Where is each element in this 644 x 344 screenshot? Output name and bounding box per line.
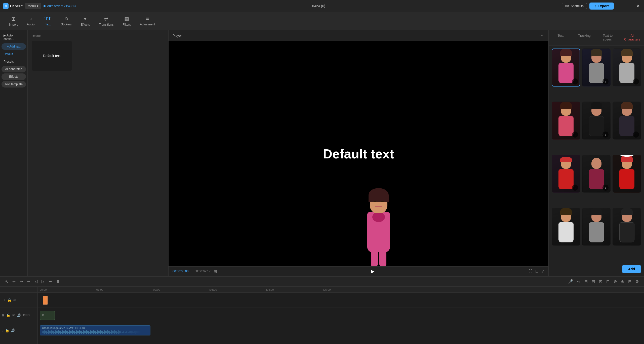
- character-card-2[interactable]: ↓: [582, 49, 611, 87]
- tool-audio[interactable]: ♪ Audio: [23, 14, 39, 28]
- select-tool-button[interactable]: ↖: [4, 278, 9, 285]
- cover-audio-button[interactable]: 🔊: [17, 313, 21, 317]
- svg-rect-94: [137, 331, 137, 333]
- character-card-4[interactable]: ↓: [552, 102, 580, 140]
- tool-effects[interactable]: ✦ Effects: [77, 14, 94, 28]
- add-character-button[interactable]: Add: [622, 265, 641, 273]
- presets-button[interactable]: Presets: [2, 58, 26, 65]
- default-button[interactable]: Default: [2, 51, 26, 57]
- ai-generated-button[interactable]: AI generated: [2, 66, 26, 72]
- minimize-button[interactable]: ─: [619, 3, 625, 9]
- tool-import[interactable]: ⊞ Import: [5, 14, 22, 28]
- audio-mute-button[interactable]: 🔊: [11, 328, 15, 332]
- download-icon-8[interactable]: ↓: [602, 185, 609, 191]
- download-icon-1[interactable]: ↓: [572, 78, 578, 84]
- character-card-5[interactable]: ↓: [582, 102, 611, 140]
- tool-filters[interactable]: ▦ Filters: [118, 14, 135, 28]
- export-button[interactable]: ↑ Export: [589, 3, 614, 10]
- tool-adjustment[interactable]: ≡ Adjustment: [136, 14, 159, 28]
- settings-button[interactable]: ⚙: [634, 278, 640, 285]
- autosave-dot: [44, 5, 46, 7]
- delete-button[interactable]: 🗑: [55, 278, 61, 285]
- caption-button[interactable]: ⊡: [605, 278, 611, 285]
- default-text-card[interactable]: Default text: [32, 41, 72, 71]
- svg-rect-66: [108, 331, 109, 333]
- tool-stickers[interactable]: ☺ Stickers: [57, 14, 76, 28]
- character-card-6[interactable]: ↓: [613, 102, 641, 140]
- download-icon-3[interactable]: ↓: [633, 78, 639, 84]
- fit-button[interactable]: ⊞: [627, 278, 632, 285]
- effects-button[interactable]: Effects: [2, 73, 26, 80]
- svg-rect-65: [107, 330, 108, 334]
- zoom-out-button[interactable]: ⊖: [613, 278, 618, 285]
- audio-clip[interactable]: Urban lounge style BGM(1148490): [40, 325, 150, 335]
- tool-text[interactable]: 𝐓𝐓 Text: [40, 14, 56, 28]
- cover-label: Cover: [23, 314, 30, 317]
- text-visible-button[interactable]: 👁: [13, 298, 17, 302]
- cover-lock-button[interactable]: 🔒: [6, 313, 10, 317]
- character-card-9[interactable]: [613, 155, 641, 193]
- character-card-12[interactable]: [613, 208, 641, 246]
- text-icon: 𝐓𝐓: [45, 16, 51, 22]
- chain-button[interactable]: ⊟: [591, 278, 596, 285]
- maximize-button[interactable]: □: [627, 3, 633, 9]
- download-icon-5[interactable]: ↓: [602, 132, 609, 138]
- audio-track: Urban lounge style BGM(1148490): [38, 323, 644, 338]
- microphone-button[interactable]: 🎤: [567, 278, 574, 285]
- prev-frame-button[interactable]: ◁: [33, 278, 38, 285]
- shortcuts-button[interactable]: ⌨ Shortcuts: [562, 3, 587, 9]
- magnet-button[interactable]: ⊞: [583, 278, 589, 285]
- character-card-3[interactable]: ↓: [613, 49, 641, 87]
- svg-rect-102: [145, 331, 145, 333]
- fullscreen-button[interactable]: ⛶: [529, 269, 533, 274]
- link-button[interactable]: ⇔: [576, 278, 581, 285]
- auto-caption-button[interactable]: ▶ Auto captio...: [2, 32, 26, 42]
- app-name: CapCut: [10, 4, 23, 8]
- tab-text-to-speech[interactable]: Text-to-speech: [596, 30, 620, 45]
- split-left-button[interactable]: ⊣: [26, 278, 31, 285]
- text-lock-button[interactable]: 🔒: [7, 298, 12, 302]
- svg-rect-37: [79, 330, 80, 334]
- main-area: ▶ Auto captio... + Add text Default Pres…: [0, 30, 644, 276]
- expand-button[interactable]: ⤢: [541, 269, 544, 274]
- split-right-button[interactable]: ⊢: [48, 278, 53, 285]
- svg-rect-51: [93, 330, 94, 334]
- download-icon-7[interactable]: ↓: [572, 185, 578, 191]
- grid-view-button[interactable]: ⊞: [214, 269, 217, 274]
- tab-tracking[interactable]: Tracking: [573, 30, 596, 45]
- download-icon-2[interactable]: ↓: [602, 78, 609, 84]
- character-card-10[interactable]: [552, 208, 580, 246]
- download-icon-6[interactable]: ↓: [633, 132, 639, 138]
- video-container: Default text: [169, 41, 548, 266]
- cover-visible-button[interactable]: 👁: [12, 313, 15, 317]
- play-button[interactable]: ▶: [371, 269, 375, 274]
- unlink-button[interactable]: ⊠: [598, 278, 603, 285]
- player-menu-button[interactable]: ⋯: [538, 32, 544, 39]
- text-clip-1[interactable]: [43, 296, 48, 305]
- character-card-1[interactable]: ↓: [552, 49, 580, 87]
- download-icon-4[interactable]: ↓: [572, 132, 578, 138]
- character-card-7[interactable]: ↓: [552, 155, 580, 193]
- tool-effects-label: Effects: [81, 23, 90, 26]
- svg-rect-77: [119, 331, 120, 333]
- ratio-button[interactable]: □: [536, 269, 538, 274]
- character-card-11[interactable]: [582, 208, 611, 246]
- characters-grid: ↓ ↓ ↓: [549, 46, 644, 262]
- cover-clip[interactable]: ⊞: [40, 311, 55, 320]
- undo-button[interactable]: ↩: [11, 278, 17, 285]
- svg-rect-100: [143, 332, 143, 333]
- filters-icon: ▦: [124, 16, 129, 22]
- tab-ai-characters[interactable]: AI Characters: [620, 30, 644, 45]
- text-template-button[interactable]: Text template: [2, 81, 26, 88]
- close-button[interactable]: ✕: [635, 3, 641, 9]
- character-card-8[interactable]: ↓: [582, 155, 611, 193]
- add-text-button[interactable]: + Add text: [2, 43, 26, 50]
- svg-rect-99: [142, 331, 142, 333]
- audio-lock-button[interactable]: 🔒: [5, 328, 9, 332]
- redo-button[interactable]: ↪: [19, 278, 24, 285]
- zoom-in-button[interactable]: ⊕: [620, 278, 625, 285]
- tab-text[interactable]: Text: [549, 30, 573, 45]
- menu-button[interactable]: Menu ▾: [25, 3, 41, 9]
- tool-transitions[interactable]: ⇄ Transitions: [95, 14, 117, 28]
- next-frame-button[interactable]: ▷: [41, 278, 46, 285]
